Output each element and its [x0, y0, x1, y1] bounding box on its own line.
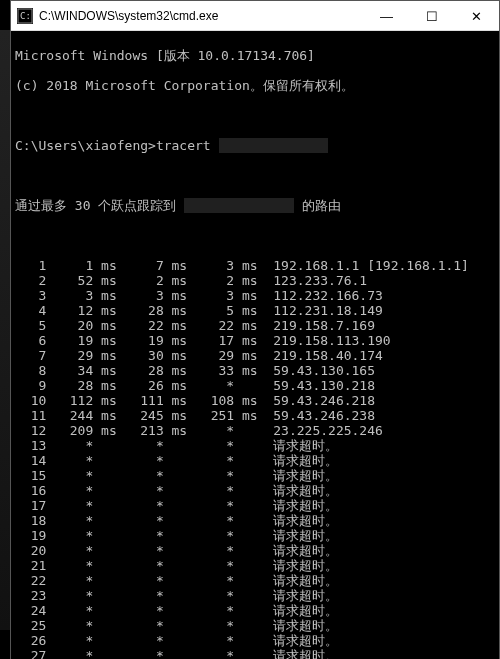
hop-row: 20 * * * 请求超时。: [15, 543, 495, 558]
hop-row: 25 * * * 请求超时。: [15, 618, 495, 633]
hop-row: 17 * * * 请求超时。: [15, 498, 495, 513]
blank-line: [15, 108, 495, 123]
hop-row: 2 52 ms 2 ms 2 ms 123.233.76.1: [15, 273, 495, 288]
hop-row: 12 209 ms 213 ms * 23.225.225.246: [15, 423, 495, 438]
hop-row: 7 29 ms 30 ms 29 ms 219.158.40.174: [15, 348, 495, 363]
redacted-target: 45.199.156.182: [219, 138, 329, 153]
copyright-line: (c) 2018 Microsoft Corporation。保留所有权利。: [15, 78, 495, 93]
hop-row: 6 19 ms 19 ms 17 ms 219.158.113.190: [15, 333, 495, 348]
hop-row: 11 244 ms 245 ms 251 ms 59.43.246.238: [15, 408, 495, 423]
hop-row: 15 * * * 请求超时。: [15, 468, 495, 483]
hop-row: 8 34 ms 28 ms 33 ms 59.43.130.165: [15, 363, 495, 378]
trace-header-post: 的路由: [294, 198, 341, 213]
command-line: C:\Users\xiaofeng>tracert 45.199.156.182: [15, 138, 495, 153]
svg-text:C:: C:: [20, 11, 31, 21]
hop-row: 18 * * * 请求超时。: [15, 513, 495, 528]
hop-row: 24 * * * 请求超时。: [15, 603, 495, 618]
window-controls: — ☐ ✕: [364, 1, 499, 30]
cmd-window: C: C:\WINDOWS\system32\cmd.exe — ☐ ✕ Mic…: [10, 0, 500, 659]
window-title: C:\WINDOWS\system32\cmd.exe: [39, 9, 364, 23]
trace-header-pre: 通过最多 30 个跃点跟踪到: [15, 198, 184, 213]
hop-row: 27 * * * 请求超时。: [15, 648, 495, 659]
trace-header: 通过最多 30 个跃点跟踪到 45.199.156.182 的路由: [15, 198, 495, 213]
close-button[interactable]: ✕: [454, 1, 499, 31]
hop-row: 1 1 ms 7 ms 3 ms 192.168.1.1 [192.168.1.…: [15, 258, 495, 273]
hop-row: 21 * * * 请求超时。: [15, 558, 495, 573]
minimize-button[interactable]: —: [364, 1, 409, 31]
hop-row: 5 20 ms 22 ms 22 ms 219.158.7.169: [15, 318, 495, 333]
terminal-output[interactable]: Microsoft Windows [版本 10.0.17134.706] (c…: [11, 31, 499, 659]
titlebar[interactable]: C: C:\WINDOWS\system32\cmd.exe — ☐ ✕: [11, 1, 499, 31]
hop-row: 23 * * * 请求超时。: [15, 588, 495, 603]
hop-row: 22 * * * 请求超时。: [15, 573, 495, 588]
hop-row: 13 * * * 请求超时。: [15, 438, 495, 453]
hop-row: 16 * * * 请求超时。: [15, 483, 495, 498]
hop-list: 1 1 ms 7 ms 3 ms 192.168.1.1 [192.168.1.…: [15, 258, 495, 659]
background-edge: [0, 30, 10, 630]
maximize-button[interactable]: ☐: [409, 1, 454, 31]
prompt-text: C:\Users\xiaofeng>tracert: [15, 138, 219, 153]
blank-line: [15, 228, 495, 243]
hop-row: 19 * * * 请求超时。: [15, 528, 495, 543]
hop-row: 9 28 ms 26 ms * 59.43.130.218: [15, 378, 495, 393]
redacted-target: 45.199.156.182: [184, 198, 294, 213]
hop-row: 26 * * * 请求超时。: [15, 633, 495, 648]
banner-line: Microsoft Windows [版本 10.0.17134.706]: [15, 48, 495, 63]
hop-row: 14 * * * 请求超时。: [15, 453, 495, 468]
hop-row: 10 112 ms 111 ms 108 ms 59.43.246.218: [15, 393, 495, 408]
hop-row: 3 3 ms 3 ms 3 ms 112.232.166.73: [15, 288, 495, 303]
cmd-icon: C:: [17, 8, 33, 24]
blank-line: [15, 168, 495, 183]
hop-row: 4 12 ms 28 ms 5 ms 112.231.18.149: [15, 303, 495, 318]
